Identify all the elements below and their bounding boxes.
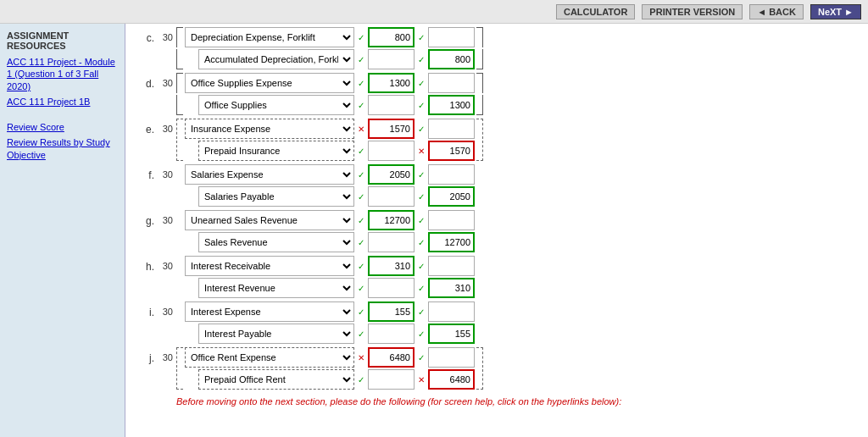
sidebar-link-acc111b[interactable]: ACC 111 Project 1B (7, 96, 118, 108)
corner-tr-j (476, 347, 483, 368)
corner-br-e (476, 141, 483, 161)
entry-num-j: 30 (158, 347, 176, 362)
check-e-debit-amount: ✓ (416, 124, 426, 134)
check-g-credit-account: ✓ (356, 237, 366, 247)
credit-amount-g-left[interactable] (368, 232, 415, 252)
top-bar: CALCULATOR PRINTER VERSION ◄ BACK NeXT ► (0, 0, 868, 24)
credit-account-i[interactable]: Interest Payable (198, 324, 354, 344)
credit-amount-h-right[interactable] (428, 256, 475, 276)
entry-label-j: j. (132, 347, 158, 364)
sidebar-review-results[interactable]: Review Results by Study Objective (7, 136, 118, 161)
spacer-f-tl (176, 164, 183, 185)
next-button[interactable]: NeXT ► (810, 4, 861, 19)
back-button[interactable]: ◄ BACK (749, 4, 804, 19)
check-d-debit-account: ✓ (356, 78, 366, 88)
credit-amount-i-right[interactable] (428, 301, 475, 322)
debit-amount-h[interactable] (368, 256, 415, 276)
entry-line-i-credit: Interest Payable ✓ ✓ (176, 324, 475, 344)
entry-num-c: 30 (158, 27, 176, 42)
check-d-debit-amount: ✓ (416, 78, 426, 88)
credit-account-e[interactable]: Prepaid Insurance (198, 141, 354, 161)
corner-tl-j (176, 347, 183, 368)
check-g-debit-account: ✓ (356, 215, 366, 225)
credit-account-g[interactable]: Sales Revenue (198, 232, 354, 252)
entry-line-c-debit: Depreciation Expense, Forklift ✓ ✓ (176, 27, 483, 47)
credit-amount-j[interactable] (428, 369, 475, 390)
credit-account-f[interactable]: Salaries Payable (198, 186, 354, 207)
check-h-debit-account: ✓ (356, 261, 366, 271)
debit-amount-e[interactable] (368, 119, 415, 139)
credit-amount-f-right[interactable] (428, 164, 475, 185)
credit-amount-e-left[interactable] (368, 141, 415, 161)
corner-br-j (476, 369, 483, 390)
debit-amount-f[interactable] (368, 164, 415, 185)
entry-block-c: Depreciation Expense, Forklift ✓ ✓ Accum… (176, 27, 483, 69)
debit-account-e[interactable]: Insurance Expense (185, 119, 354, 139)
debit-account-c[interactable]: Depreciation Expense, Forklift (185, 27, 354, 47)
check-i-credit-account: ✓ (356, 329, 366, 339)
credit-account-c[interactable]: Accumulated Depreciation, Forklift (198, 49, 354, 69)
credit-account-h[interactable]: Interest Revenue (198, 278, 354, 298)
credit-amount-c[interactable] (428, 49, 475, 69)
debit-amount-g[interactable] (368, 210, 415, 230)
debit-account-i[interactable]: Interest Expense (185, 301, 354, 322)
credit-amount-c-left[interactable] (368, 49, 415, 69)
credit-amount-e-right[interactable] (428, 119, 475, 139)
debit-amount-j[interactable] (368, 347, 415, 368)
credit-account-d[interactable]: Office Supplies (198, 95, 354, 115)
sidebar-review-score[interactable]: Review Score (7, 121, 118, 133)
sidebar: ASSIGNMENT RESOURCES ACC 111 Project - M… (0, 24, 125, 437)
entry-line-d-credit: Office Supplies ✓ ✓ (176, 95, 483, 115)
check-f-credit-amount: ✓ (416, 191, 426, 202)
spacer-i-bl (176, 324, 183, 344)
credit-amount-e[interactable] (428, 141, 475, 161)
corner-bl-d (176, 95, 183, 115)
spacer-h-bl (176, 278, 183, 298)
check-d-credit-account: ✓ (356, 100, 366, 110)
check-c-credit-account: ✓ (356, 54, 366, 64)
entry-num-f: 30 (158, 164, 176, 180)
debit-amount-c[interactable] (368, 27, 415, 47)
entry-num-d: 30 (158, 73, 176, 88)
credit-amount-f-left[interactable] (368, 186, 415, 207)
credit-amount-d-right[interactable] (428, 73, 475, 93)
entry-line-e-credit: Prepaid Insurance ✓ ✕ (176, 141, 483, 161)
entry-label-f: f. (132, 164, 158, 181)
credit-amount-j-left[interactable] (368, 369, 415, 390)
x-e-credit-amount: ✕ (416, 146, 426, 156)
credit-amount-c-right[interactable] (428, 27, 475, 47)
entry-row-f: f. 30 Salaries Expense ✓ ✓ Salaries Pay (132, 164, 861, 207)
sidebar-link-acc111[interactable]: ACC 111 Project - Module 1 (Question 1 o… (7, 56, 118, 92)
calculator-button[interactable]: CALCULATOR (556, 4, 635, 19)
spacer-h-tl (176, 256, 183, 276)
entry-row-i: i. 30 Interest Expense ✓ ✓ Interest Pay (132, 301, 861, 344)
credit-amount-i-left[interactable] (368, 324, 415, 344)
entry-line-g-credit: Sales Revenue ✓ ✓ (176, 232, 475, 252)
debit-account-d[interactable]: Office Supplies Expense (185, 73, 354, 93)
credit-amount-h[interactable] (428, 278, 475, 298)
debit-account-h[interactable]: Interest Receivable (185, 256, 354, 276)
credit-amount-h-left[interactable] (368, 278, 415, 298)
debit-account-g[interactable]: Unearned Sales Revenue (185, 210, 354, 230)
credit-amount-g[interactable] (428, 232, 475, 252)
debit-account-j[interactable]: Office Rent Expense (185, 347, 354, 368)
check-d-credit-amount: ✓ (416, 100, 426, 110)
check-h-debit-amount: ✓ (416, 261, 426, 271)
credit-amount-d[interactable] (428, 95, 475, 115)
credit-amount-j-right[interactable] (428, 347, 475, 368)
check-h-credit-account: ✓ (356, 283, 366, 293)
printer-button[interactable]: PRINTER VERSION (642, 4, 743, 19)
debit-account-f[interactable]: Salaries Expense (185, 164, 354, 185)
check-g-credit-amount: ✓ (416, 237, 426, 247)
entry-line-e-debit: Insurance Expense ✕ ✓ (176, 119, 483, 139)
entry-label-e: e. (132, 119, 158, 136)
credit-amount-g-right[interactable] (428, 210, 475, 230)
entry-block-h: Interest Receivable ✓ ✓ Interest Revenue… (176, 256, 475, 298)
debit-amount-i[interactable] (368, 301, 415, 322)
credit-account-j[interactable]: Prepaid Office Rent (198, 369, 354, 390)
credit-amount-f[interactable] (428, 186, 475, 207)
credit-amount-i[interactable] (428, 324, 475, 344)
debit-amount-d[interactable] (368, 73, 415, 93)
corner-bl-j (176, 369, 183, 390)
credit-amount-d-left[interactable] (368, 95, 415, 115)
